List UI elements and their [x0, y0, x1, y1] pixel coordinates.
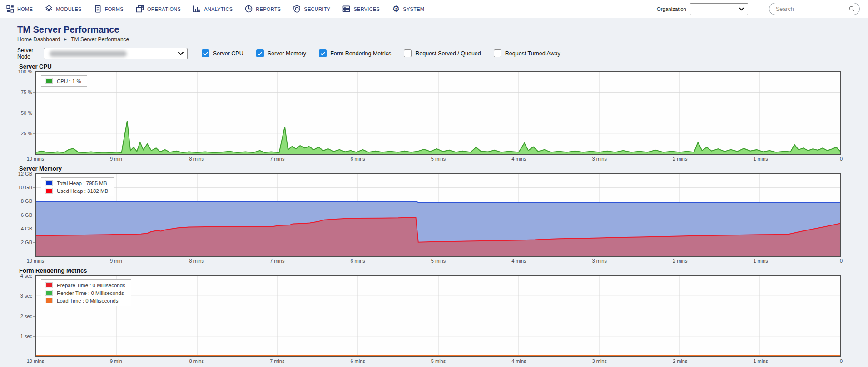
x-tick-label: 0 [840, 358, 843, 364]
x-tick-label: 7 mins [270, 156, 284, 161]
form-rendering-metrics-plot: Prepare Time : 0 MillisecondsRender Time… [35, 275, 841, 357]
nav-item-analytics[interactable]: ANALYTICS [193, 5, 233, 13]
y-tick-label: 6 GB [21, 212, 32, 218]
server-cpu-plot: CPU : 1 % [35, 71, 841, 155]
organization-select[interactable] [690, 3, 748, 15]
security-icon [293, 5, 301, 13]
checkbox-request-turned-away[interactable]: Request Turned Away [494, 49, 560, 57]
nav-menu: HOME MODULES FORMS [6, 5, 424, 13]
legend-swatch [45, 180, 53, 186]
legend-swatch [45, 298, 53, 303]
x-tick-label: 5 mins [431, 156, 446, 161]
nav-right-tools: Organization [657, 3, 860, 15]
check-icon [203, 51, 208, 56]
nav-item-home[interactable]: HOME [6, 5, 33, 13]
x-tick-label: 4 mins [511, 358, 526, 364]
legend-item: Render Time : 0 Milliseconds [45, 290, 125, 296]
y-tick-label: 3 sec [20, 293, 32, 298]
nav-item-operations[interactable]: OPERATIONS [136, 5, 181, 13]
organization-label: Organization [657, 6, 686, 12]
nav-item-security[interactable]: SECURITY [293, 5, 330, 13]
nav-label: MODULES [56, 6, 82, 12]
chevron-down-icon [739, 7, 744, 10]
checkbox-box [404, 49, 412, 57]
dashboard-icon [6, 5, 14, 13]
y-tick-label: 8 GB [21, 198, 32, 204]
forms-icon [94, 5, 102, 13]
x-tick-label: 1 mins [753, 258, 768, 264]
checkbox-box [319, 49, 327, 57]
filter-row: Server Node Server CPU Server Memory For… [17, 47, 868, 59]
search-input[interactable] [776, 6, 849, 12]
analytics-icon [193, 5, 201, 13]
y-tick-label: 50 % [21, 110, 32, 116]
nav-item-services[interactable]: SERVICES [342, 5, 380, 13]
legend-label: CPU : 1 % [57, 78, 81, 84]
breadcrumb-home-dashboard[interactable]: Home Dashboard [17, 36, 60, 43]
x-tick-label: 6 mins [350, 258, 365, 264]
system-gear-icon: ⚙ [392, 5, 400, 13]
chevron-down-icon [178, 52, 184, 55]
legend-label: Prepare Time : 0 Milliseconds [57, 283, 125, 288]
breadcrumb-arrow-icon: ▶ [64, 37, 67, 42]
nav-label: FORMS [105, 6, 124, 12]
legend-label: Total Heap : 7955 MB [57, 181, 107, 186]
checkbox-server-memory[interactable]: Server Memory [256, 49, 306, 57]
nav-label: REPORTS [256, 6, 281, 12]
operations-icon [136, 5, 144, 13]
chart-legend: Total Heap : 7955 MBUsed Heap : 3182 MB [41, 177, 114, 196]
x-tick-label: 9 min [110, 156, 122, 161]
breadcrumb-current-page: TM Server Performance [71, 36, 129, 43]
checkbox-form-rendering-metrics[interactable]: Form Rendering Metrics [319, 49, 391, 57]
x-axis: 10 mins9 min8 mins7 mins6 mins5 mins4 mi… [35, 155, 841, 162]
chart-title: Server CPU [19, 63, 868, 70]
x-tick-label: 6 mins [350, 156, 365, 161]
search-icon [849, 5, 855, 12]
nav-item-reports[interactable]: REPORTS [245, 5, 281, 13]
y-tick-label: 1 sec [20, 333, 32, 339]
server-cpu-chart: Server CPU 100 %75 %50 %25 % CPU : 1 % 1… [17, 63, 868, 162]
nav-item-system[interactable]: ⚙ SYSTEM [392, 5, 424, 13]
y-tick-label: 25 % [21, 131, 32, 136]
y-axis: 4 sec3 sec2 sec1 sec [17, 275, 35, 357]
checkbox-server-cpu[interactable]: Server CPU [202, 49, 243, 57]
top-nav: HOME MODULES FORMS [0, 0, 868, 18]
server-node-value-redacted [50, 51, 127, 57]
x-tick-label: 6 mins [350, 358, 365, 364]
chart-legend: Prepare Time : 0 MillisecondsRender Time… [41, 279, 131, 306]
x-tick-label: 4 mins [511, 156, 526, 161]
legend-label: Used Heap : 3182 MB [57, 188, 108, 194]
nav-label: SECURITY [304, 6, 330, 12]
search-box [769, 3, 860, 15]
x-tick-label: 1 mins [753, 358, 768, 364]
x-tick-label: 0 [840, 258, 843, 264]
page-title: TM Server Performance [17, 24, 868, 35]
y-tick-label: 2 GB [21, 240, 32, 245]
x-axis: 10 mins9 min8 mins7 mins6 mins5 mins4 mi… [35, 257, 841, 264]
server-node-select[interactable] [44, 48, 188, 59]
legend-swatch [45, 188, 53, 194]
modules-icon [45, 5, 53, 13]
x-tick-label: 8 mins [189, 358, 204, 364]
x-tick-label: 7 mins [270, 258, 284, 264]
x-tick-label: 3 mins [592, 258, 607, 264]
nav-item-modules[interactable]: MODULES [45, 5, 82, 13]
legend-swatch [45, 290, 53, 296]
legend-item: Load Time : 0 Milliseconds [45, 298, 125, 303]
x-axis: 10 mins9 min8 mins7 mins6 mins5 mins4 mi… [35, 357, 841, 365]
nav-label: HOME [17, 6, 33, 12]
nav-item-forms[interactable]: FORMS [94, 5, 124, 13]
chart-legend: CPU : 1 % [41, 75, 87, 87]
form-rendering-metrics-chart: Form Rendering Metrics 4 sec3 sec2 sec1 … [17, 267, 868, 365]
x-tick-label: 2 mins [673, 156, 687, 161]
legend-swatch [45, 78, 53, 84]
server-memory-chart: Server Memory 12 GB10 GB8 GB6 GB4 GB2 GB… [17, 165, 868, 264]
x-tick-label: 3 mins [592, 156, 607, 161]
nav-label: SYSTEM [403, 6, 424, 12]
x-tick-label: 7 mins [270, 358, 284, 364]
checkbox-request-served-queued[interactable]: Request Served / Queued [404, 49, 481, 57]
legend-label: Load Time : 0 Milliseconds [57, 298, 119, 303]
x-tick-label: 1 mins [753, 156, 768, 161]
y-tick-label: 100 % [18, 69, 32, 74]
x-tick-label: 4 mins [511, 258, 526, 264]
